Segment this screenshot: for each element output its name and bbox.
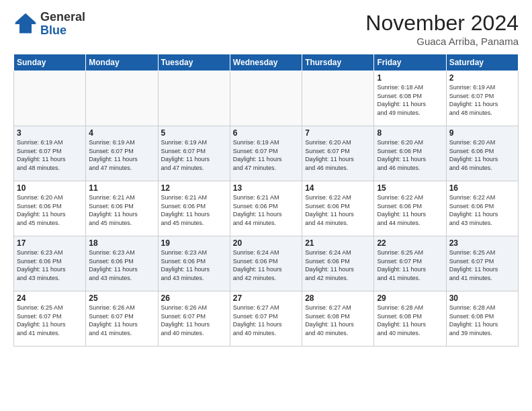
calendar-header-row: SundayMondayTuesdayWednesdayThursdayFrid… bbox=[14, 54, 519, 71]
day-number: 6 bbox=[233, 128, 299, 138]
day-number: 7 bbox=[305, 128, 371, 138]
calendar-cell: 7Sunrise: 6:20 AM Sunset: 6:07 PM Daylig… bbox=[302, 126, 374, 181]
day-info: Sunrise: 6:28 AM Sunset: 6:08 PM Dayligh… bbox=[449, 304, 515, 337]
day-info: Sunrise: 6:20 AM Sunset: 6:07 PM Dayligh… bbox=[305, 138, 371, 172]
day-number: 16 bbox=[449, 183, 515, 193]
calendar-cell: 27Sunrise: 6:27 AM Sunset: 6:07 PM Dayli… bbox=[230, 291, 302, 347]
day-number: 25 bbox=[89, 293, 154, 303]
calendar-cell: 16Sunrise: 6:22 AM Sunset: 6:06 PM Dayli… bbox=[446, 181, 518, 236]
calendar-cell: 26Sunrise: 6:26 AM Sunset: 6:07 PM Dayli… bbox=[158, 291, 230, 347]
day-number: 5 bbox=[161, 128, 227, 138]
day-info: Sunrise: 6:21 AM Sunset: 6:06 PM Dayligh… bbox=[233, 193, 299, 227]
calendar-table: SundayMondayTuesdayWednesdayThursdayFrid… bbox=[13, 54, 519, 347]
day-info: Sunrise: 6:21 AM Sunset: 6:06 PM Dayligh… bbox=[89, 193, 154, 227]
calendar-cell: 13Sunrise: 6:21 AM Sunset: 6:06 PM Dayli… bbox=[230, 181, 302, 236]
calendar-cell: 12Sunrise: 6:21 AM Sunset: 6:06 PM Dayli… bbox=[158, 181, 230, 236]
calendar-cell bbox=[14, 71, 86, 126]
day-number: 23 bbox=[449, 238, 515, 248]
day-number: 4 bbox=[89, 128, 154, 138]
calendar-cell: 5Sunrise: 6:19 AM Sunset: 6:07 PM Daylig… bbox=[158, 126, 230, 181]
header: General Blue November 2024 Guaca Arriba,… bbox=[13, 11, 519, 47]
day-info: Sunrise: 6:19 AM Sunset: 6:07 PM Dayligh… bbox=[17, 138, 83, 172]
day-number: 12 bbox=[161, 183, 227, 193]
day-number: 15 bbox=[377, 183, 443, 193]
calendar-cell: 29Sunrise: 6:28 AM Sunset: 6:08 PM Dayli… bbox=[374, 291, 446, 347]
day-info: Sunrise: 6:20 AM Sunset: 6:06 PM Dayligh… bbox=[449, 138, 515, 172]
day-number: 13 bbox=[233, 183, 299, 193]
calendar-cell bbox=[230, 71, 302, 126]
calendar-cell: 6Sunrise: 6:19 AM Sunset: 6:07 PM Daylig… bbox=[230, 126, 302, 181]
day-info: Sunrise: 6:26 AM Sunset: 6:07 PM Dayligh… bbox=[161, 304, 227, 337]
day-info: Sunrise: 6:23 AM Sunset: 6:06 PM Dayligh… bbox=[161, 248, 227, 282]
calendar-cell: 1Sunrise: 6:18 AM Sunset: 6:08 PM Daylig… bbox=[374, 71, 446, 126]
day-info: Sunrise: 6:19 AM Sunset: 6:07 PM Dayligh… bbox=[233, 138, 299, 172]
calendar-week-row: 17Sunrise: 6:23 AM Sunset: 6:06 PM Dayli… bbox=[14, 236, 519, 291]
calendar-cell: 19Sunrise: 6:23 AM Sunset: 6:06 PM Dayli… bbox=[158, 236, 230, 291]
day-info: Sunrise: 6:21 AM Sunset: 6:06 PM Dayligh… bbox=[161, 193, 227, 227]
calendar-cell: 15Sunrise: 6:22 AM Sunset: 6:06 PM Dayli… bbox=[374, 181, 446, 236]
calendar-cell: 10Sunrise: 6:20 AM Sunset: 6:06 PM Dayli… bbox=[14, 181, 86, 236]
calendar-header-tuesday: Tuesday bbox=[158, 54, 230, 71]
day-number: 2 bbox=[449, 73, 515, 83]
calendar-cell: 14Sunrise: 6:22 AM Sunset: 6:06 PM Dayli… bbox=[302, 181, 374, 236]
day-info: Sunrise: 6:23 AM Sunset: 6:06 PM Dayligh… bbox=[89, 248, 154, 282]
calendar-cell: 20Sunrise: 6:24 AM Sunset: 6:06 PM Dayli… bbox=[230, 236, 302, 291]
calendar-cell: 9Sunrise: 6:20 AM Sunset: 6:06 PM Daylig… bbox=[446, 126, 518, 181]
page: General Blue November 2024 Guaca Arriba,… bbox=[0, 0, 532, 357]
calendar-cell: 25Sunrise: 6:26 AM Sunset: 6:07 PM Dayli… bbox=[86, 291, 158, 347]
calendar-header-saturday: Saturday bbox=[446, 54, 518, 71]
calendar-cell: 2Sunrise: 6:19 AM Sunset: 6:07 PM Daylig… bbox=[446, 71, 518, 126]
calendar-cell bbox=[302, 71, 374, 126]
day-number: 22 bbox=[377, 238, 443, 248]
day-info: Sunrise: 6:25 AM Sunset: 6:07 PM Dayligh… bbox=[377, 248, 443, 282]
day-info: Sunrise: 6:26 AM Sunset: 6:07 PM Dayligh… bbox=[89, 304, 154, 337]
month-title: November 2024 bbox=[365, 11, 519, 36]
calendar-week-row: 1Sunrise: 6:18 AM Sunset: 6:08 PM Daylig… bbox=[14, 71, 519, 126]
day-number: 14 bbox=[305, 183, 371, 193]
day-info: Sunrise: 6:27 AM Sunset: 6:08 PM Dayligh… bbox=[305, 304, 371, 337]
location: Guaca Arriba, Panama bbox=[365, 36, 519, 47]
calendar-cell: 11Sunrise: 6:21 AM Sunset: 6:06 PM Dayli… bbox=[86, 181, 158, 236]
day-info: Sunrise: 6:18 AM Sunset: 6:08 PM Dayligh… bbox=[377, 83, 443, 117]
day-number: 28 bbox=[305, 293, 371, 303]
calendar-cell: 21Sunrise: 6:24 AM Sunset: 6:06 PM Dayli… bbox=[302, 236, 374, 291]
calendar-week-row: 24Sunrise: 6:25 AM Sunset: 6:07 PM Dayli… bbox=[14, 291, 519, 347]
calendar-cell: 28Sunrise: 6:27 AM Sunset: 6:08 PM Dayli… bbox=[302, 291, 374, 347]
day-info: Sunrise: 6:19 AM Sunset: 6:07 PM Dayligh… bbox=[89, 138, 154, 172]
day-number: 20 bbox=[233, 238, 299, 248]
day-info: Sunrise: 6:24 AM Sunset: 6:06 PM Dayligh… bbox=[233, 248, 299, 282]
calendar-cell: 3Sunrise: 6:19 AM Sunset: 6:07 PM Daylig… bbox=[14, 126, 86, 181]
day-info: Sunrise: 6:20 AM Sunset: 6:06 PM Dayligh… bbox=[377, 138, 443, 172]
logo-text: General Blue bbox=[40, 11, 85, 38]
logo-general-text: General bbox=[40, 11, 85, 24]
day-info: Sunrise: 6:22 AM Sunset: 6:06 PM Dayligh… bbox=[449, 193, 515, 227]
day-number: 21 bbox=[305, 238, 371, 248]
calendar-cell bbox=[86, 71, 158, 126]
calendar-header-thursday: Thursday bbox=[302, 54, 374, 71]
calendar-cell: 24Sunrise: 6:25 AM Sunset: 6:07 PM Dayli… bbox=[14, 291, 86, 347]
day-number: 29 bbox=[377, 293, 443, 303]
day-info: Sunrise: 6:23 AM Sunset: 6:06 PM Dayligh… bbox=[17, 248, 83, 282]
day-number: 3 bbox=[17, 128, 83, 138]
calendar-cell: 8Sunrise: 6:20 AM Sunset: 6:06 PM Daylig… bbox=[374, 126, 446, 181]
calendar-header-wednesday: Wednesday bbox=[230, 54, 302, 71]
calendar-header-monday: Monday bbox=[86, 54, 158, 71]
day-number: 11 bbox=[89, 183, 154, 193]
calendar-cell: 4Sunrise: 6:19 AM Sunset: 6:07 PM Daylig… bbox=[86, 126, 158, 181]
day-number: 8 bbox=[377, 128, 443, 138]
day-info: Sunrise: 6:27 AM Sunset: 6:07 PM Dayligh… bbox=[233, 304, 299, 337]
day-info: Sunrise: 6:19 AM Sunset: 6:07 PM Dayligh… bbox=[449, 83, 515, 117]
day-number: 19 bbox=[161, 238, 227, 248]
calendar-cell bbox=[158, 71, 230, 126]
day-number: 17 bbox=[17, 238, 83, 248]
day-number: 24 bbox=[17, 293, 83, 303]
day-number: 30 bbox=[449, 293, 515, 303]
day-number: 26 bbox=[161, 293, 227, 303]
logo: General Blue bbox=[13, 11, 85, 38]
day-info: Sunrise: 6:19 AM Sunset: 6:07 PM Dayligh… bbox=[161, 138, 227, 172]
title-area: November 2024 Guaca Arriba, Panama bbox=[365, 11, 519, 47]
calendar-header-sunday: Sunday bbox=[14, 54, 86, 71]
calendar-week-row: 3Sunrise: 6:19 AM Sunset: 6:07 PM Daylig… bbox=[14, 126, 519, 181]
calendar-cell: 17Sunrise: 6:23 AM Sunset: 6:06 PM Dayli… bbox=[14, 236, 86, 291]
calendar-cell: 18Sunrise: 6:23 AM Sunset: 6:06 PM Dayli… bbox=[86, 236, 158, 291]
